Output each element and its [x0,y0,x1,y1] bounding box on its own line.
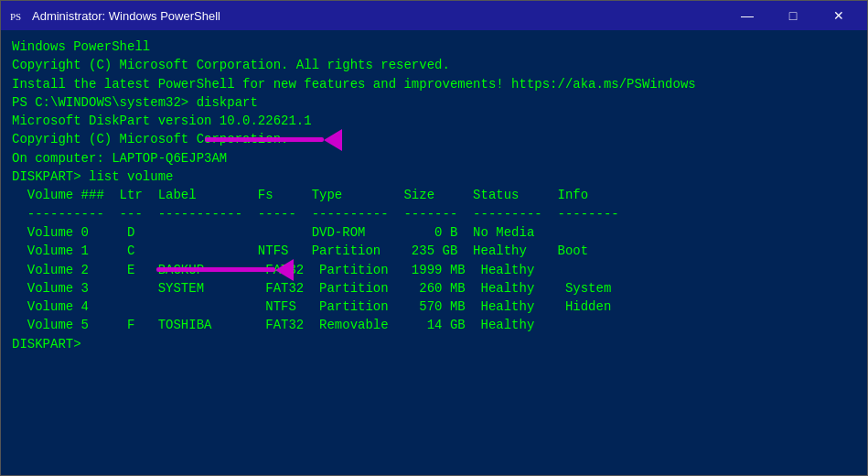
title-bar: PS Administrator: Windows PowerShell — □… [1,1,867,30]
terminal-line: Copyright (C) Microsoft Corporation. [12,130,856,148]
terminal-line: Copyright (C) Microsoft Corporation. All… [12,56,856,74]
terminal-line: PS C:\WINDOWS\system32> diskpart [12,93,856,112]
terminal-line: Volume 1 C NTFS Partition 235 GB Healthy… [12,242,856,260]
terminal-line: DISKPART> list volume [12,168,856,186]
terminal-lines: Windows PowerShellCopyright (C) Microsof… [12,38,856,353]
powershell-icon: PS [8,7,25,24]
title-bar-title: Administrator: Windows PowerShell [32,9,220,23]
list-volume-arrow [156,259,294,281]
terminal-line: Microsoft DiskPart version 10.0.22621.1 [12,112,856,130]
terminal-line: Volume ### Ltr Label Fs Type Size Status… [12,186,856,204]
terminal-line: On computer: LAPTOP-Q6EJP3AM [12,149,856,168]
minimize-button[interactable]: — [726,1,768,30]
close-button[interactable]: ✕ [818,1,860,30]
terminal-line: Volume 4 NTFS Partition 570 MB Healthy H… [12,298,856,316]
terminal-line: Volume 3 SYSTEM FAT32 Partition 260 MB H… [12,279,856,298]
terminal-line: Volume 0 D DVD-ROM 0 B No Media [12,223,856,242]
terminal-body[interactable]: Windows PowerShellCopyright (C) Microsof… [1,30,867,475]
terminal-line: Volume 5 F TOSHIBA FAT32 Removable 14 GB… [12,316,856,334]
title-bar-buttons: — □ ✕ [726,1,860,30]
diskpart-arrow [205,129,342,151]
maximize-button[interactable]: □ [772,1,814,30]
title-bar-left: PS Administrator: Windows PowerShell [8,7,220,24]
terminal-line: Windows PowerShell [12,38,856,56]
svg-text:PS: PS [10,11,21,22]
terminal-line: ---------- --- ----------- ----- -------… [12,205,856,223]
terminal-line: Volume 2 E BACKUP FAT32 Partition 1999 M… [12,261,856,279]
terminal-line: Install the latest PowerShell for new fe… [12,75,856,93]
window: PS Administrator: Windows PowerShell — □… [0,0,868,476]
terminal-line: DISKPART> [12,335,856,353]
